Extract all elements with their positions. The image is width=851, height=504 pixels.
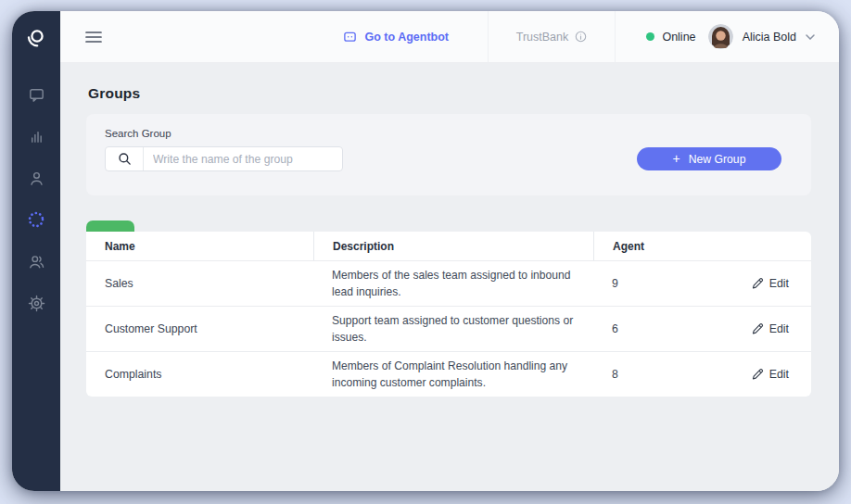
page-title: Groups <box>88 85 811 102</box>
active-tab-indicator[interactable] <box>86 220 134 232</box>
user-name: Alicia Bold <box>743 31 796 44</box>
sidebar-nav <box>27 85 45 312</box>
search-group-label: Search Group <box>105 128 811 139</box>
column-header-actions <box>709 232 811 260</box>
groups-table: Name Description Agent Sales Members of … <box>86 232 811 397</box>
plus-icon: + <box>673 151 680 166</box>
main-content: Groups Search Group + New Group <box>60 62 839 491</box>
cell-name: Sales <box>86 277 313 290</box>
column-header-description: Description <box>313 232 593 260</box>
app-window: Go to Agentbot TrustBank Online <box>12 11 839 491</box>
table-row: Complaints Members of Complaint Resoluti… <box>86 351 811 397</box>
sidebar-item-conversations[interactable] <box>27 85 45 104</box>
sidebar-item-settings[interactable] <box>27 294 45 312</box>
info-icon[interactable] <box>575 31 587 43</box>
top-bar: Go to Agentbot TrustBank Online <box>60 11 839 62</box>
bar-chart-icon <box>28 128 45 145</box>
sidebar-item-groups[interactable] <box>27 210 45 229</box>
cell-name: Complaints <box>86 368 313 381</box>
search-panel: Search Group + New Group <box>86 114 811 195</box>
go-to-agentbot-link[interactable]: Go to Agentbot <box>324 30 489 44</box>
cell-description: Members of the sales team assigned to in… <box>313 267 593 300</box>
pencil-icon <box>751 322 764 335</box>
go-to-agentbot-label: Go to Agentbot <box>365 31 450 44</box>
cell-description: Support team assigned to customer questi… <box>313 312 593 346</box>
edit-button[interactable]: Edit <box>751 322 789 335</box>
gear-icon <box>28 295 45 312</box>
cell-agent: 6 <box>593 322 709 335</box>
avatar <box>708 24 733 49</box>
table-header: Name Description Agent <box>86 232 811 260</box>
table-row: Customer Support Support team assigned t… <box>86 306 811 351</box>
chevron-down-icon <box>806 34 815 40</box>
brand-logo-icon <box>24 27 48 51</box>
edit-button[interactable]: Edit <box>751 368 789 381</box>
sidebar-item-agents[interactable] <box>27 169 45 187</box>
edit-button[interactable]: Edit <box>751 277 789 290</box>
users-icon <box>28 253 45 271</box>
user-menu[interactable]: Alicia Bold <box>727 24 839 49</box>
edit-label: Edit <box>769 322 789 335</box>
table-body: Sales Members of the sales team assigned… <box>86 260 811 397</box>
column-header-agent: Agent <box>593 232 709 260</box>
cell-description: Members of Complaint Resolution handling… <box>313 358 593 391</box>
new-group-button[interactable]: + New Group <box>637 147 781 170</box>
edit-label: Edit <box>769 277 789 290</box>
cell-agent: 8 <box>593 368 709 381</box>
search-input[interactable] <box>144 153 342 166</box>
online-status-label: Online <box>662 31 695 44</box>
cell-agent: 9 <box>593 277 709 290</box>
search-box <box>105 146 343 171</box>
dotted-circle-icon <box>27 210 45 229</box>
workspace-section: TrustBank <box>489 31 615 44</box>
sidebar <box>12 11 60 491</box>
edit-label: Edit <box>769 368 789 381</box>
user-icon <box>28 170 45 187</box>
column-header-name: Name <box>86 232 313 260</box>
pencil-icon <box>751 368 764 381</box>
sidebar-item-teams[interactable] <box>27 252 45 271</box>
sidebar-item-analytics[interactable] <box>27 127 45 145</box>
workspace-label: TrustBank <box>516 31 569 44</box>
search-icon <box>106 147 144 170</box>
online-status-dot <box>646 32 654 41</box>
bot-icon <box>343 30 357 44</box>
table-row: Sales Members of the sales team assigned… <box>86 260 811 306</box>
new-group-label: New Group <box>689 153 746 166</box>
chat-icon <box>28 86 45 104</box>
pencil-icon <box>751 277 764 290</box>
cell-name: Customer Support <box>86 322 313 335</box>
hamburger-menu[interactable] <box>85 31 102 44</box>
